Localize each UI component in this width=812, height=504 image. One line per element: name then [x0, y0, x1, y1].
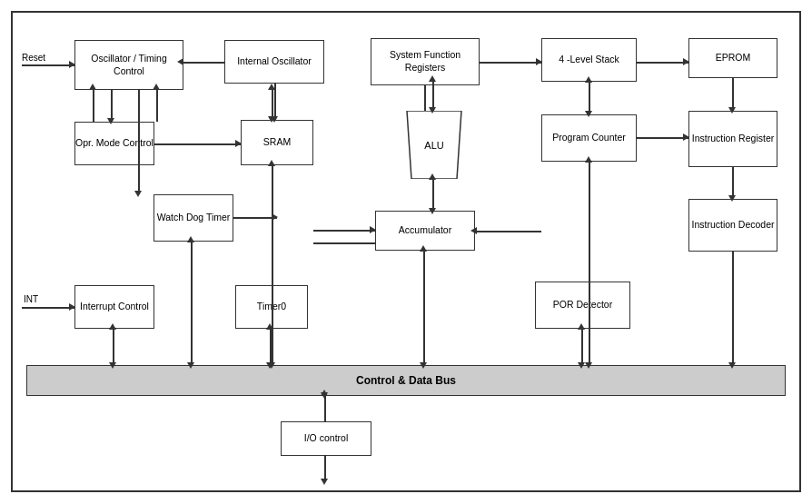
acc-left-h [313, 242, 375, 244]
watchdog-to-sram-h [233, 217, 277, 219]
eprom-ir-head [728, 107, 736, 114]
acc-to-bus [423, 251, 425, 365]
por-detector-block: POR Detector [535, 282, 630, 329]
pc-bus-up [585, 156, 592, 163]
oscillator-block: Oscillator / Timing Control [74, 40, 183, 90]
acc-bus-down [420, 362, 427, 369]
pc-bus-down [585, 362, 592, 369]
alu-down-head [429, 107, 436, 114]
osc-to-opr-head [107, 118, 114, 124]
opr-to-osc-h [154, 143, 241, 145]
sram-block: SRAM [241, 120, 313, 165]
acc-bus-up [420, 245, 427, 252]
timer-bus-down [266, 362, 273, 369]
interrupt-block: Interrupt Control [74, 285, 154, 329]
alu-acc-down [429, 208, 436, 214]
sysfunc-down [424, 85, 426, 111]
timer-to-bus [270, 329, 272, 365]
acc-sram-right [370, 226, 376, 233]
ir-id-head [728, 195, 736, 202]
stack-down-head [585, 111, 592, 117]
program-counter-block: Program Counter [541, 114, 637, 162]
por-bus-up [578, 323, 585, 330]
oper-mode-block: Opr. Mode Control [74, 122, 154, 165]
instruction-reg-block: Instruction Register [688, 111, 777, 167]
instruction-dec-block: Instruction Decoder [688, 199, 777, 252]
sf-stack-right [536, 58, 542, 65]
por-bus-head [578, 362, 585, 369]
alu-acc-up [429, 173, 436, 180]
alu-to-acc [432, 179, 434, 211]
pc-to-bus [589, 162, 590, 365]
osc-down1 [138, 90, 140, 194]
opr-osc-right [235, 140, 242, 147]
reset-arrowhead [69, 61, 75, 68]
wd-sram-right [272, 213, 278, 221]
internal-osc-block: Internal Oscillator [224, 40, 324, 84]
sys-func-block: System Function Registers [371, 38, 480, 85]
diagram: Oscillator / Timing Control Internal Osc… [11, 11, 801, 492]
int-osc-to-osc-head-left [177, 58, 183, 65]
osc-to-opr-line [111, 90, 113, 122]
int-bus-down [109, 362, 116, 369]
opr-up [93, 90, 94, 122]
acc-pc-left [470, 227, 477, 234]
bus-block: Control & Data Bus [26, 365, 786, 396]
ir-to-id [732, 167, 734, 199]
reset-label: Reset [22, 53, 45, 63]
int-arrowhead [69, 303, 75, 311]
io-down-head [321, 479, 328, 485]
alu-up-head [429, 75, 436, 82]
four-level-block: 4 -Level Stack [541, 38, 637, 82]
acc-to-pc-h [475, 231, 541, 232]
int-osc-to-osc-line [183, 62, 224, 64]
int-arrow-line [22, 307, 74, 309]
intosc-to-sram-v [274, 84, 276, 120]
opr-up-head [89, 84, 96, 90]
osc-up1-head [153, 84, 160, 90]
sysfunc-to-stack-h [480, 62, 541, 64]
watchdog-bus-head [187, 362, 194, 369]
sram-to-bus [272, 165, 273, 365]
pc-ir-head [683, 133, 689, 141]
io-control-block: I/O control [281, 421, 371, 456]
id-bus-down [728, 362, 736, 369]
int-label: INT [24, 294, 38, 304]
watchdog-block: Watch Dog Timer [153, 194, 233, 242]
id-to-bus [732, 252, 734, 365]
stack-to-eprom-h [637, 62, 688, 64]
int-ctrl-to-bus [113, 329, 114, 365]
watchdog-down [191, 242, 193, 365]
eprom-block: EPROM [688, 38, 777, 78]
watchdog-up-head [187, 236, 194, 242]
io-down [324, 456, 326, 481]
intosc-sram-head [271, 116, 278, 123]
pc-to-ir-h [637, 137, 688, 139]
stack-down [589, 82, 590, 114]
io-up-to-bus [324, 396, 326, 421]
osc-down2 [156, 90, 158, 122]
eprom-to-ir [732, 78, 734, 111]
por-to-bus [581, 329, 583, 365]
int-bus-up [109, 323, 116, 330]
osc-down1-head [134, 191, 142, 197]
reset-arrow-line [22, 64, 74, 66]
acc-to-sram-h [313, 230, 375, 232]
timer-bus-up [266, 323, 273, 330]
alu-block: ALU [398, 111, 470, 179]
stack-up-head [585, 76, 592, 83]
io-bus-down [321, 392, 328, 399]
stack-eprom-right [683, 58, 689, 65]
sram-bus-up [268, 160, 275, 166]
